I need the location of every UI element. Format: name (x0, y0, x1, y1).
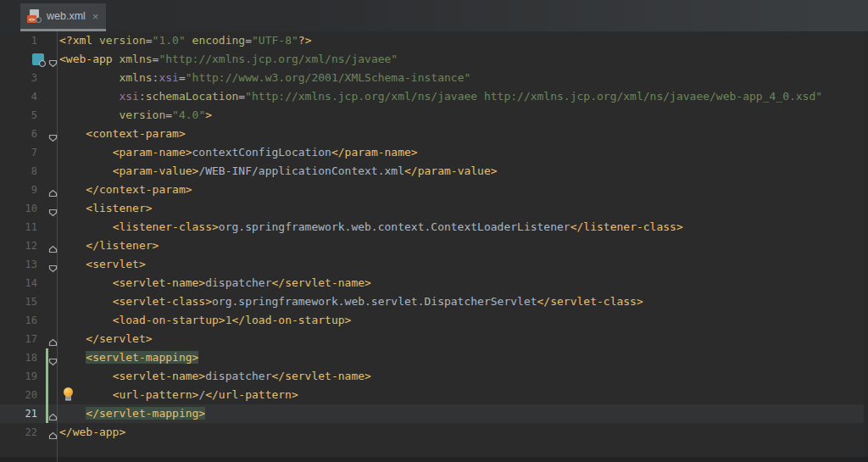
code-token: </param-name> (331, 146, 418, 159)
code-lines: 1<?xml version="1.0" encoding="UTF-8"?>2… (0, 31, 868, 442)
line-number: 13 (25, 255, 37, 274)
code-token (59, 407, 86, 420)
code-text[interactable]: <listener-class>org.springframework.web.… (58, 218, 868, 237)
fold-open-icon[interactable] (48, 259, 58, 269)
code-token: "4.0" (172, 109, 205, 121)
code-line: 13 <servlet> (0, 255, 868, 274)
code-token (59, 127, 86, 140)
code-text[interactable]: <load-on-startup>1</load-on-startup> (58, 311, 868, 330)
line-number: 15 (25, 292, 37, 311)
line-number: 4 (31, 87, 37, 106)
code-editor[interactable]: 1<?xml version="1.0" encoding="UTF-8"?>2… (0, 31, 868, 462)
code-token: </servlet> (86, 332, 152, 345)
code-token (59, 295, 113, 308)
code-token: "1.0" (153, 34, 186, 47)
code-line: 19 <servlet-name>dispatcher</servlet-nam… (0, 367, 868, 386)
gutter: 14 (0, 274, 58, 292)
fold-close-icon[interactable] (48, 334, 58, 343)
code-line: 5 version="4.0"> (0, 106, 868, 125)
code-line: 7 <param-name>contextConfigLocation</par… (0, 143, 868, 162)
code-token: = (245, 34, 252, 47)
code-token: 1 (225, 314, 232, 326)
editor-tab-bar: <> web.xml × (0, 0, 868, 31)
code-token (59, 332, 86, 345)
line-number: 21 (25, 404, 37, 423)
fold-close-icon[interactable] (48, 409, 58, 418)
window-bottom-edge (0, 457, 868, 462)
descriptor-gutter-icon[interactable] (32, 53, 44, 65)
code-text[interactable]: <web-app xmlns="http://xmlns.jcp.org/xml… (58, 50, 868, 69)
code-line: 6 <context-param> (0, 125, 868, 143)
line-number: 19 (25, 367, 37, 386)
code-token: = (238, 90, 245, 103)
scrollbar-track[interactable] (864, 31, 868, 457)
code-token (59, 90, 119, 103)
code-line: 4 xsi:schemaLocation="http://xmlns.jcp.o… (0, 87, 868, 106)
ide-window: <> web.xml × 1<?xml version="1.0" encodi… (0, 0, 868, 462)
code-text[interactable]: <servlet-name>dispatcher</servlet-name> (58, 367, 868, 386)
code-line: 21 </servlet-mapping> (0, 404, 868, 423)
code-text[interactable]: xsi:schemaLocation="http://xmlns.jcp.org… (58, 87, 868, 106)
code-token: </listener> (86, 239, 159, 252)
fold-close-icon[interactable] (48, 241, 58, 250)
code-text[interactable]: <listener> (58, 199, 868, 218)
fold-open-icon[interactable] (48, 203, 58, 213)
code-line: 16 <load-on-startup>1</load-on-startup> (0, 311, 868, 330)
code-token: "http://xmlns.jcp.org/xml/ns/javaee" (159, 53, 398, 65)
fold-close-icon[interactable] (48, 185, 58, 194)
code-token: xsi (119, 90, 138, 103)
line-number: 22 (25, 423, 37, 442)
code-text[interactable]: <?xml version="1.0" encoding="UTF-8"?> (58, 31, 868, 50)
code-token (59, 370, 113, 382)
code-token: <context-param> (86, 127, 185, 140)
intention-bulb-icon[interactable] (63, 387, 74, 403)
code-line: 8 <param-value>/WEB-INF/applicationConte… (0, 162, 868, 181)
close-icon[interactable]: × (92, 11, 99, 22)
code-token: dispatcher (205, 276, 271, 289)
code-text[interactable]: version="4.0"> (58, 106, 868, 125)
code-text[interactable]: <servlet> (58, 255, 868, 274)
code-text[interactable]: <param-name>contextConfigLocation</param… (58, 143, 868, 162)
code-line: 9 </context-param> (0, 181, 868, 199)
gutter: 13 (0, 255, 58, 274)
fold-open-icon[interactable] (48, 54, 58, 64)
gutter: 15 (0, 292, 58, 311)
code-text[interactable]: </listener> (58, 237, 868, 255)
code-text[interactable]: </servlet-mapping> (58, 404, 868, 423)
line-number: 7 (31, 143, 37, 162)
code-token: </context-param> (86, 183, 192, 196)
code-line: 1<?xml version="1.0" encoding="UTF-8"?> (0, 31, 868, 50)
code-text[interactable]: </servlet> (58, 330, 868, 348)
code-text[interactable]: <servlet-mapping> (58, 348, 868, 367)
code-text[interactable]: <url-pattern>/</url-pattern> (58, 386, 868, 404)
code-text[interactable]: <param-value>/WEB-INF/applicationContext… (58, 162, 868, 181)
code-token: <web-app (59, 53, 119, 65)
code-text[interactable]: </context-param> (58, 181, 868, 199)
code-token: dispatcher (205, 370, 271, 382)
code-token: schemaLocation (146, 90, 239, 103)
code-token: </load-on-startup> (232, 314, 352, 326)
fold-open-icon[interactable] (48, 129, 58, 138)
line-number: 18 (25, 348, 37, 367)
fold-close-icon[interactable] (48, 427, 58, 437)
code-token: ?> (298, 34, 312, 47)
gutter: 16 (0, 311, 58, 330)
code-token: <servlet> (86, 258, 145, 270)
tab-web-xml[interactable]: <> web.xml × (20, 3, 106, 31)
code-line: 14 <servlet-name>dispatcher</servlet-nam… (0, 274, 868, 292)
bulb-base-shape (65, 396, 71, 401)
code-token (59, 314, 113, 326)
gutter: 20 (0, 386, 58, 404)
code-token: : (139, 90, 146, 103)
code-text[interactable]: <context-param> (58, 125, 868, 143)
code-text[interactable]: <servlet-name>dispatcher</servlet-name> (58, 274, 868, 292)
code-line: 12 </listener> (0, 237, 868, 255)
gutter: 8 (0, 162, 58, 181)
code-text[interactable]: xmlns:xsi="http://www.w3.org/2001/XMLSch… (58, 69, 868, 87)
code-token: </web-app> (59, 426, 125, 438)
line-number: 9 (31, 181, 37, 199)
code-text[interactable]: </web-app> (58, 423, 868, 442)
code-token: </servlet-name> (271, 276, 370, 289)
code-text[interactable]: <servlet-class>org.springframework.web.s… (58, 292, 868, 311)
fold-open-icon[interactable] (48, 353, 58, 362)
